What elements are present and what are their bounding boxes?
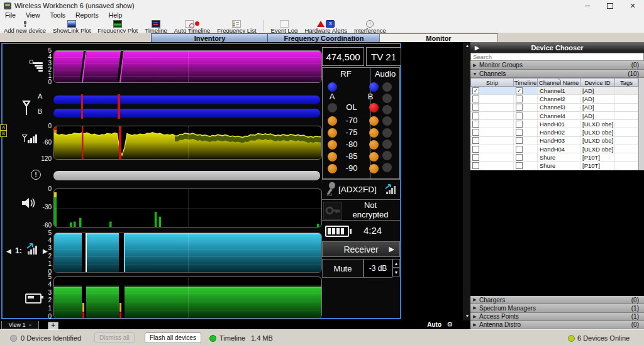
flash-all-devices-button[interactable]: Flash all devices (145, 332, 201, 343)
tab-inventory[interactable]: Inventory (151, 33, 269, 43)
frequency-list-button[interactable]: Frequency List (217, 19, 256, 34)
table-row[interactable]: Shure[P10T] (470, 153, 638, 162)
table-scrollbar[interactable] (638, 78, 644, 170)
rf-level-chart[interactable] (53, 126, 322, 160)
strip-checkbox[interactable] (472, 121, 479, 128)
search-input[interactable] (470, 53, 644, 61)
antenna-b-bar[interactable] (53, 109, 320, 118)
frequency-plot-button[interactable]: Frequency Plot (97, 19, 138, 34)
signal-quality-chart[interactable] (53, 233, 322, 273)
interference-bar[interactable] (53, 171, 320, 180)
tab-frequency-coordination[interactable]: Frequency Coordination (267, 33, 380, 43)
device-id-cell: [ULXD obe] (580, 145, 615, 153)
strip-checkbox[interactable] (472, 162, 479, 169)
close-button[interactable]: ✕ (621, 0, 644, 11)
showlink-plot-button[interactable]: ShowLink Plot (53, 19, 91, 34)
menu-help[interactable]: Help (109, 11, 123, 19)
view-tab-close-icon[interactable]: × (29, 322, 32, 328)
table-row[interactable]: HandH03[ULXD obe] (470, 137, 638, 145)
timeline-checkbox[interactable] (516, 137, 523, 144)
quality-chart[interactable] (53, 50, 322, 83)
device-id-cell: [AD] (580, 112, 615, 119)
timeline-checkbox[interactable] (516, 162, 523, 169)
frequency-display[interactable]: 474,500 (322, 47, 364, 66)
maximize-button[interactable] (599, 0, 621, 11)
gear-icon[interactable] (447, 320, 453, 329)
column-header-strip[interactable]: Strip (470, 78, 514, 87)
strip-cell (470, 153, 514, 161)
table-row[interactable]: HandH02[ULXD obe] (470, 128, 638, 136)
section-access-points[interactable]: ▶Access Points(1) (470, 313, 644, 321)
column-header-channel-name[interactable]: Channel Name^ (538, 78, 580, 87)
dismiss-all-button[interactable]: Dismiss all (94, 332, 135, 343)
table-row[interactable]: Channel4[AD] (470, 112, 638, 120)
menu-tools[interactable]: Tools (50, 11, 66, 19)
section-count: (0) (631, 62, 639, 68)
strip-checkbox[interactable] (472, 104, 479, 111)
timeline-checkbox[interactable] (516, 112, 523, 119)
section-monitor-groups[interactable]: ▶ Monitor Groups (0) (470, 61, 644, 70)
audio-level-chart[interactable] (53, 189, 322, 227)
timeline-checkbox[interactable] (516, 129, 523, 136)
column-header-device-id[interactable]: Device ID (580, 78, 615, 87)
auto-timeline-button[interactable]: Auto Timeline (174, 19, 211, 34)
column-header-timeline[interactable]: Timeline (514, 78, 538, 87)
strip-checkbox[interactable] (472, 137, 479, 144)
expand-icon: ▶ (470, 322, 479, 327)
antenna-a-bar[interactable] (53, 96, 320, 104)
table-row[interactable]: Channel3[AD] (470, 104, 638, 112)
add-new-device-button[interactable]: Add new device (4, 19, 46, 34)
strip-checkbox[interactable]: ✓ (472, 87, 479, 94)
strip-marker-b[interactable]: B (0, 131, 7, 137)
interference-button[interactable]: Interference (354, 19, 386, 34)
receiver-button[interactable]: Receiver ▶ (322, 241, 400, 257)
mute-button[interactable]: Mute (322, 259, 364, 278)
timeline-cell (514, 104, 538, 111)
section-antenna-distro[interactable]: ▶Antenna Distro(0) (470, 321, 644, 329)
device-id-cell: [AD] (580, 95, 615, 102)
table-row[interactable]: Channel2[AD] (470, 95, 638, 103)
timeline-button[interactable]: Timeline (145, 19, 167, 34)
minimize-button[interactable] (576, 0, 599, 11)
collapse-panel-icon[interactable]: ▶ (475, 45, 479, 51)
timeline-checkbox[interactable]: ✓ (516, 87, 523, 94)
strip-checkbox[interactable] (472, 129, 479, 136)
timeline-checkbox[interactable] (516, 104, 523, 111)
strip-prev-icon[interactable]: ◀ (6, 248, 11, 255)
strip-checkbox[interactable] (472, 154, 479, 161)
event-log-button[interactable]: Event Log (271, 19, 298, 34)
gain-down-button[interactable]: ▼ (392, 268, 400, 277)
gridline (188, 189, 189, 227)
tab-monitor[interactable]: Monitor (379, 33, 498, 43)
toolbar: Add new deviceShowLink PlotFrequency Plo… (0, 19, 644, 34)
timeline-checkbox[interactable] (516, 146, 523, 153)
table-row[interactable]: HandH04[ULXD obe] (470, 145, 638, 153)
table-row[interactable]: Shure[P10T] (470, 162, 638, 170)
section-chargers[interactable]: ▶Chargers(0) (470, 296, 644, 304)
column-header-tags[interactable]: Tags (615, 78, 638, 87)
strip-checkbox[interactable] (472, 112, 479, 119)
timeline-checkbox[interactable] (516, 121, 523, 128)
scroll-up-icon[interactable]: ▲ (465, 43, 470, 48)
table-row[interactable]: HandH01[ULXD obe] (470, 120, 638, 128)
menu-file[interactable]: File (5, 11, 16, 19)
section-channels[interactable]: ▼ Channels (10) (470, 70, 644, 78)
strip-checkbox[interactable] (472, 146, 479, 153)
strip-checkbox[interactable] (472, 96, 479, 102)
device-chooser-header[interactable]: ▶ Device Chooser (470, 42, 644, 53)
monitor-scrollbar[interactable]: ▲ ▼ (464, 42, 470, 320)
strip-marker-a[interactable]: A (0, 124, 7, 131)
gain-value[interactable]: -3 dB (364, 259, 392, 278)
menu-view[interactable]: View (26, 11, 40, 19)
scroll-down-icon[interactable]: ▼ (465, 314, 470, 319)
transmitter-row[interactable]: FD [ADX2FD] (322, 179, 400, 199)
menu-reports[interactable]: Reports (75, 11, 99, 19)
section-spectrum-managers[interactable]: ▶Spectrum Managers(1) (470, 304, 644, 312)
gain-up-button[interactable]: ▲ (392, 259, 400, 268)
hardware-alerts-button[interactable]: 3Hardware Alerts (304, 19, 347, 34)
timeline-checkbox[interactable] (516, 96, 523, 102)
view-tab[interactable]: View 1 × (1, 321, 39, 329)
timeline-checkbox[interactable] (516, 154, 523, 161)
table-row[interactable]: ✓✓Channel1[AD] (470, 87, 638, 95)
battery-chart[interactable] (53, 277, 322, 319)
